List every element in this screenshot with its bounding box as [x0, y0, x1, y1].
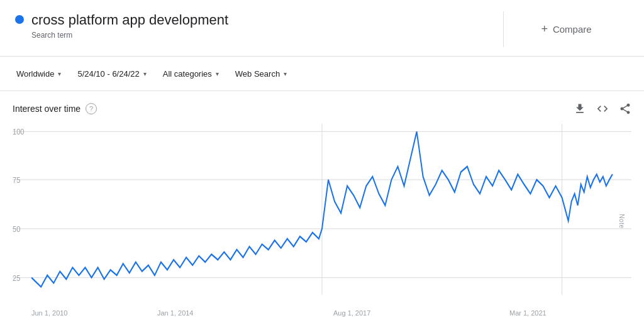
category-filter[interactable]: All categories ▾: [157, 65, 225, 82]
date-chevron-icon: ▾: [143, 70, 147, 77]
date-range-filter[interactable]: 5/24/10 - 6/24/22 ▾: [71, 65, 152, 82]
date-range-label: 5/24/10 - 6/24/22: [77, 69, 139, 79]
compare-button[interactable]: + Compare: [541, 23, 591, 36]
x-label-2021: Mar 1, 2021: [509, 309, 547, 317]
region-chevron-icon: ▾: [58, 70, 61, 77]
search-type-chevron-icon: ▾: [284, 70, 287, 77]
search-term-title: cross platform app development: [31, 11, 228, 30]
x-label-2010: Jun 1, 2010: [31, 309, 68, 317]
chart-svg-wrap: 100 75 50 25 Jun 1, 2010 Jan 1, 2014 Aug…: [13, 124, 631, 318]
download-icon[interactable]: [574, 102, 586, 115]
search-type-label: Web Search: [235, 69, 280, 79]
compare-plus-icon: +: [541, 23, 548, 36]
svg-text:50: 50: [13, 224, 20, 234]
note-label: Note: [618, 214, 625, 228]
svg-text:100: 100: [13, 127, 25, 136]
section-actions: [574, 102, 631, 115]
svg-text:75: 75: [13, 175, 20, 185]
search-type-filter[interactable]: Web Search ▾: [229, 65, 293, 82]
section-title-row: Interest over time ?: [13, 103, 97, 114]
category-chevron-icon: ▾: [216, 70, 219, 77]
region-filter[interactable]: Worldwide ▾: [10, 65, 67, 82]
search-term-sub: Search term: [31, 31, 228, 40]
x-label-2014: Jan 1, 2014: [157, 309, 194, 317]
section-header: Interest over time ?: [0, 91, 644, 124]
help-icon[interactable]: ?: [86, 103, 97, 114]
embed-icon[interactable]: [596, 102, 609, 115]
compare-section: + Compare: [503, 11, 629, 47]
search-term-block: cross platform app development Search te…: [15, 11, 491, 40]
filters-bar: Worldwide ▾ 5/24/10 - 6/24/22 ▾ All cate…: [0, 57, 644, 91]
search-term-text: cross platform app development Search te…: [31, 11, 228, 40]
section-title: Interest over time: [13, 104, 80, 114]
share-icon[interactable]: [619, 102, 631, 115]
chart-area: 100 75 50 25 Jun 1, 2010 Jan 1, 2014 Aug…: [0, 124, 644, 318]
help-question-mark: ?: [89, 105, 93, 112]
category-label: All categories: [163, 69, 212, 79]
region-label: Worldwide: [16, 69, 54, 79]
header: cross platform app development Search te…: [0, 0, 644, 57]
svg-text:25: 25: [13, 273, 20, 283]
compare-label: Compare: [553, 24, 592, 35]
search-term-dot: [15, 15, 24, 24]
x-label-2017: Aug 1, 2017: [333, 309, 370, 317]
trend-chart: 100 75 50 25: [13, 124, 631, 318]
